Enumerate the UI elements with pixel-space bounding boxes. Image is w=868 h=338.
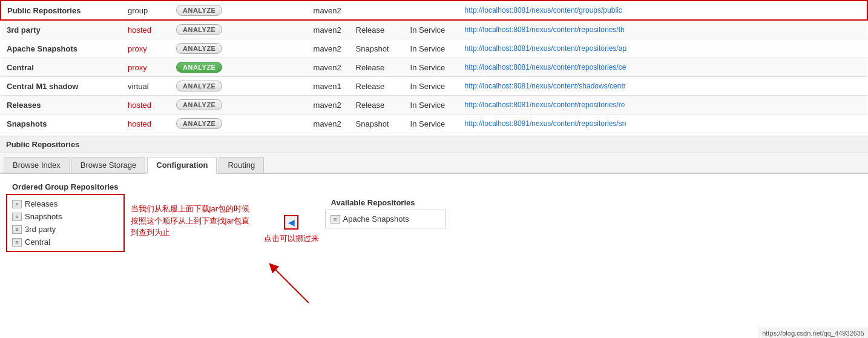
repo-policy: Release: [350, 77, 404, 96]
ordered-group-title: Ordered Group Repositories: [6, 179, 125, 194]
repo-list-icon: ≡: [12, 225, 22, 234]
ordered-item-label: Releases: [25, 199, 58, 208]
tab-configuration[interactable]: Configuration: [147, 157, 217, 174]
repo-status: In Service: [404, 77, 459, 96]
transfer-section: ◀ 点击可以挪过来 Available Repositories ≡ Apach…: [258, 179, 446, 244]
tabs-bar: Browse IndexBrowse StorageConfigurationR…: [0, 153, 868, 174]
analyze-button[interactable]: ANALYZE: [176, 24, 222, 35]
repo-type: hosted: [122, 20, 170, 39]
repo-format: maven2: [307, 1, 350, 20]
repo-name: Central M1 shadow: [1, 77, 122, 96]
section-header: Public Repositories: [0, 136, 868, 153]
repo-url[interactable]: http://localhost:8081/nexus/content/repo…: [459, 20, 867, 39]
repo-policy: Snapshot: [350, 39, 404, 58]
repo-status: In Service: [404, 39, 459, 58]
repo-type: group: [122, 1, 170, 20]
ordered-item-label: Snapshots: [25, 212, 62, 221]
analyze-button[interactable]: ANALYZE: [176, 43, 222, 54]
available-box: ≡ Apache Snapshots: [325, 210, 446, 228]
analyze-button[interactable]: ANALYZE: [176, 118, 222, 129]
repo-status: [404, 1, 459, 20]
repo-type: proxy: [122, 39, 170, 58]
analyze-cell: ANALYZE: [170, 114, 307, 133]
repo-type: proxy: [122, 58, 170, 77]
repo-name: Snapshots: [1, 114, 122, 133]
repo-list-icon: ≡: [12, 238, 22, 247]
repo-name: Releases: [1, 96, 122, 114]
repo-url[interactable]: http://localhost:8081/nexus/content/repo…: [459, 58, 867, 77]
ordered-list-item[interactable]: ≡ Snapshots: [10, 210, 121, 223]
transfer-column: ◀ 点击可以挪过来: [258, 179, 325, 244]
repo-url[interactable]: http://localhost:8081/nexus/content/repo…: [459, 114, 867, 133]
repo-format: maven2: [307, 114, 350, 133]
repo-format: maven2: [307, 58, 350, 77]
repo-format: maven2: [307, 20, 350, 39]
analyze-button[interactable]: ANALYZE: [176, 99, 222, 110]
ordered-list-item[interactable]: ≡ Central: [10, 236, 121, 248]
analyze-button[interactable]: ANALYZE: [176, 5, 222, 16]
available-list-item[interactable]: ≡ Apache Snapshots: [328, 213, 443, 225]
repo-name: Central: [1, 58, 122, 77]
repo-type: hosted: [122, 114, 170, 133]
ordered-item-label: Central: [25, 237, 50, 247]
analyze-button[interactable]: ANALYZE: [176, 81, 222, 91]
repo-type: virtual: [122, 77, 170, 96]
repo-status: In Service: [404, 58, 459, 77]
analyze-cell: ANALYZE: [170, 39, 307, 58]
repo-policy: Release: [350, 58, 404, 77]
ordered-item-label: 3rd party: [25, 225, 56, 234]
ordered-list-item[interactable]: ≡ 3rd party: [10, 223, 121, 236]
ordered-group-box: ≡ Releases ≡ Snapshots ≡ 3rd party ≡ Cen…: [6, 194, 125, 252]
section-title: Public Repositories: [6, 140, 79, 149]
repo-status: In Service: [404, 96, 459, 114]
ordered-list-item[interactable]: ≡ Releases: [10, 197, 121, 210]
repo-policy: Release: [350, 20, 404, 39]
repo-policy: Snapshot: [350, 114, 404, 133]
repo-name: Public Repositories: [1, 1, 122, 20]
transfer-button[interactable]: ◀: [284, 215, 298, 230]
analyze-cell: ANALYZE: [170, 96, 307, 114]
analyze-cell: ANALYZE: [170, 1, 307, 20]
repo-url[interactable]: http://localhost:8081/nexus/content/shad…: [459, 77, 867, 96]
annotation-click-text: 点击可以挪过来: [264, 233, 319, 244]
bottom-panel: Ordered Group Repositories ≡ Releases ≡ …: [0, 174, 868, 257]
repo-list-icon: ≡: [330, 215, 340, 224]
repository-table: Public Repositories group ANALYZE maven2…: [0, 0, 868, 133]
repo-url[interactable]: http://localhost:8081/nexus/content/repo…: [459, 96, 867, 114]
repo-name: 3rd party: [1, 20, 122, 39]
repo-format: maven1: [307, 77, 350, 96]
repo-url[interactable]: http://localhost:8081/nexus/content/repo…: [459, 39, 867, 58]
available-item-label: Apache Snapshots: [343, 214, 409, 224]
repo-format: maven2: [307, 96, 350, 114]
repo-format: maven2: [307, 39, 350, 58]
analyze-cell: ANALYZE: [170, 20, 307, 39]
tab-routing[interactable]: Routing: [219, 157, 264, 173]
repo-policy: [350, 1, 404, 20]
analyze-cell: ANALYZE: [170, 58, 307, 77]
available-title: Available Repositories: [325, 194, 446, 210]
repo-url[interactable]: http://localhost:8081/nexus/content/grou…: [459, 1, 867, 20]
repo-name: Apache Snapshots: [1, 39, 122, 58]
tab-browse-storage[interactable]: Browse Storage: [71, 157, 146, 173]
group-and-annotation: Ordered Group Repositories ≡ Releases ≡ …: [6, 179, 252, 252]
repo-type: hosted: [122, 96, 170, 114]
repo-list-icon: ≡: [12, 213, 22, 221]
repo-status: In Service: [404, 114, 459, 133]
transfer-btn-area: ◀: [284, 215, 298, 230]
tab-browse-index[interactable]: Browse Index: [4, 157, 70, 173]
repo-policy: Release: [350, 96, 404, 114]
annotation-area: 当我们从私服上面下载jar包的时候按照这个顺序从上到下查找jar包直到查到为止: [131, 179, 252, 239]
analyze-button[interactable]: ANALYZE: [176, 62, 222, 73]
annotation-main-text: 当我们从私服上面下载jar包的时候按照这个顺序从上到下查找jar包直到查到为止: [131, 203, 252, 239]
repo-status: In Service: [404, 20, 459, 39]
repo-list-icon: ≡: [12, 200, 22, 208]
ordered-group-section: Ordered Group Repositories ≡ Releases ≡ …: [6, 179, 125, 252]
analyze-cell: ANALYZE: [170, 77, 307, 96]
available-section: Available Repositories ≡ Apache Snapshot…: [325, 194, 446, 228]
